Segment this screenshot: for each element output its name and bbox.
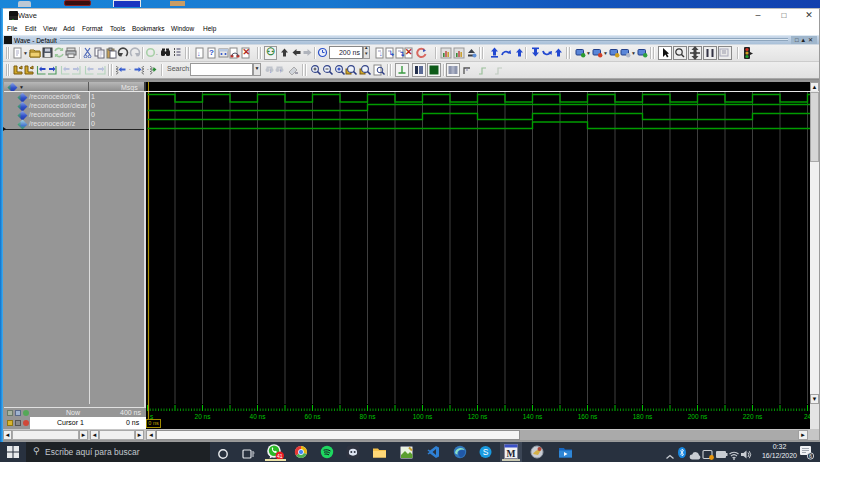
svg-text:180 ns: 180 ns <box>633 413 653 420</box>
svg-text:120 ns: 120 ns <box>468 413 488 420</box>
svg-text:160 ns: 160 ns <box>578 413 598 420</box>
svg-text:220 ns: 220 ns <box>743 413 763 420</box>
svg-text:200 ns: 200 ns <box>688 413 708 420</box>
svg-text:20 ns: 20 ns <box>195 413 212 420</box>
svg-text:S: S <box>483 447 489 457</box>
svg-text:41: 41 <box>277 453 283 459</box>
svg-text:80 ns: 80 ns <box>360 413 377 420</box>
svg-text:60 ns: 60 ns <box>305 413 322 420</box>
svg-text:M: M <box>507 449 516 459</box>
svg-text:140 ns: 140 ns <box>523 413 543 420</box>
svg-text:100 ns: 100 ns <box>413 413 433 420</box>
svg-text:40 ns: 40 ns <box>250 413 267 420</box>
svg-text:6: 6 <box>809 453 812 459</box>
